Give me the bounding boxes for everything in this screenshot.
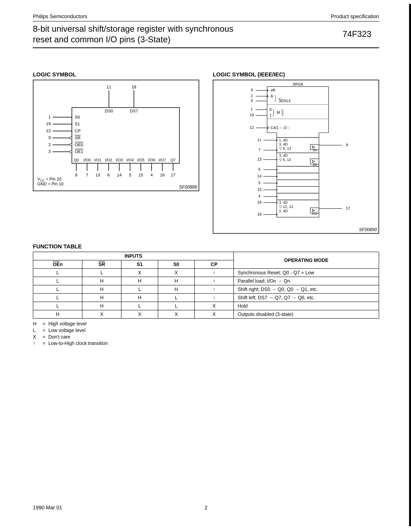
svg-text:GND = Pin 10: GND = Pin 10 [37, 181, 64, 186]
legend-eq: = [43, 321, 48, 327]
svg-marker-132 [276, 196, 277, 197]
mode-header: OPERATING MODE [234, 252, 379, 268]
legend-row: H=High voltage level [33, 321, 379, 327]
table-row: LHLH↑Shift right; DS0 → Q0, Q0 → Q1, etc… [33, 285, 379, 294]
svg-text:8: 8 [346, 143, 348, 147]
legend-desc: Don't care [48, 334, 70, 340]
mode-cell: Hold [234, 302, 379, 310]
svg-text:I/O5: I/O5 [137, 158, 144, 162]
svg-text:I/O6: I/O6 [148, 158, 155, 162]
svg-text:17: 17 [171, 172, 175, 177]
svg-text:I/O1: I/O1 [94, 158, 102, 162]
svg-text:3: 3 [282, 113, 283, 116]
table-cell: L [33, 294, 82, 302]
svg-text:3, 4D: 3, 4D [279, 200, 288, 204]
svg-text:19: 19 [46, 121, 51, 126]
svg-text:7: 7 [258, 148, 261, 152]
svg-text:14: 14 [117, 172, 122, 177]
heading-logic-symbol: LOGIC SYMBOL [33, 71, 199, 78]
svg-text:C4/1→ /2←: C4/1→ /2← [271, 125, 291, 130]
svg-text:DS7: DS7 [130, 109, 138, 113]
table-row: HXXXXOutputs disabled (3-state) [33, 310, 379, 318]
svg-rect-117 [277, 173, 319, 180]
mode-cell: Outputs disabled (3-state) [234, 310, 379, 318]
svg-marker-128 [276, 189, 277, 190]
svg-marker-124 [276, 182, 277, 184]
svg-text:SRG8: SRG8 [293, 82, 303, 86]
legend-row: L=Low voltage level [33, 327, 379, 334]
doc-type: Product specification [331, 14, 379, 19]
svg-text:I/O0: I/O0 [83, 158, 91, 162]
legend-symbol: X [33, 334, 43, 340]
table-row: LHLLXHold [33, 302, 379, 310]
svg-text:18: 18 [257, 212, 262, 216]
svg-text:11: 11 [107, 85, 111, 89]
svg-text:9: 9 [251, 88, 253, 92]
svg-marker-67 [267, 95, 269, 97]
table-cell: L [33, 285, 82, 294]
legend-row: X=Don't care [33, 334, 379, 340]
svg-text:6: 6 [258, 167, 261, 171]
svg-point-22 [70, 144, 72, 146]
svg-rect-121 [277, 180, 319, 187]
svg-text:16: 16 [257, 200, 262, 204]
logic-symbol-box: 11 DS0 18 DS7 1S019S112CP9SR2OE03OE1 Q0I… [33, 80, 199, 191]
svg-text:Z12: Z12 [312, 212, 318, 215]
svg-marker-95 [276, 149, 277, 151]
heading-function-table: FUNCTION TABLE [33, 243, 379, 250]
legend-row: ↑=Low-to-High clock transition [33, 340, 379, 347]
table-cell: H [158, 285, 195, 294]
svg-text:15: 15 [139, 172, 143, 177]
col-oen: OEn [33, 260, 82, 268]
svg-text:1, 4D: 1, 4D [279, 138, 288, 142]
legend-desc: High voltage level [48, 321, 86, 327]
svg-text:DS0: DS0 [105, 109, 113, 113]
mode-cell: Shift right; DS0 → Q0, Q0 → Q1, etc. [234, 285, 379, 294]
table-cell: H [121, 277, 158, 285]
svg-marker-136 [276, 202, 277, 203]
title-line-2: reset and common I/O pins (3-State) [33, 35, 171, 44]
col-s1: S1 [121, 260, 158, 268]
footer-date: 1990 Mar 01 [33, 505, 62, 511]
table-cell: ↑ [195, 277, 234, 285]
svg-text:18: 18 [131, 85, 136, 89]
svg-point-26 [70, 151, 72, 153]
svg-text:16: 16 [160, 172, 165, 177]
svg-text:CP: CP [75, 128, 81, 133]
svg-text:12: 12 [250, 125, 254, 130]
sf-number-right: SF00890 [359, 227, 377, 232]
svg-text:M: M [277, 110, 280, 114]
table-cell: L [33, 302, 82, 310]
legend-desc: Low-to-High clock transition [48, 340, 108, 347]
svg-marker-107 [276, 159, 277, 160]
mode-cell: Shift left; DS7 → Q7, Q7 → Q6, etc. [234, 294, 379, 302]
table-cell: ↑ [195, 268, 234, 277]
svg-text:2: 2 [251, 94, 253, 98]
legend: H=High voltage levelL=Low voltage levelX… [33, 321, 379, 347]
svg-text:9: 9 [48, 135, 51, 140]
svg-text:5: 5 [258, 181, 261, 185]
svg-marker-87 [267, 127, 269, 129]
svg-text:Q0: Q0 [74, 158, 79, 162]
legend-desc: Low voltage level [48, 327, 85, 334]
title-text: 8-bit universal shift/storage register w… [33, 23, 234, 45]
svg-marker-63 [267, 89, 269, 91]
svg-text:1: 1 [48, 114, 51, 119]
table-cell: X [158, 268, 195, 277]
svg-text:▽ 12, 13: ▽ 12, 13 [279, 205, 293, 209]
svg-text:0: 0 [270, 107, 271, 112]
legend-symbol: H [33, 321, 43, 327]
svg-text:5: 5 [129, 172, 131, 177]
table-cell: ↑ [195, 285, 234, 294]
table-cell: X [121, 310, 158, 318]
logic-symbol-svg: 11 DS0 18 DS7 1S019S112CP9SR2OE03OE1 Q0I… [33, 80, 199, 190]
logic-symbol-columns: LOGIC SYMBOL 11 DS0 18 DS7 1S019S1 [33, 71, 379, 234]
company-name: Philips Semiconductors [33, 14, 87, 19]
table-cell: H [82, 277, 121, 285]
svg-rect-113 [277, 166, 319, 173]
legend-eq: = [43, 334, 48, 340]
svg-text:S1: S1 [75, 122, 80, 126]
svg-text:▽ 5, 13: ▽ 5, 13 [279, 146, 291, 151]
svg-rect-125 [277, 187, 319, 193]
svg-text:12: 12 [46, 128, 51, 133]
